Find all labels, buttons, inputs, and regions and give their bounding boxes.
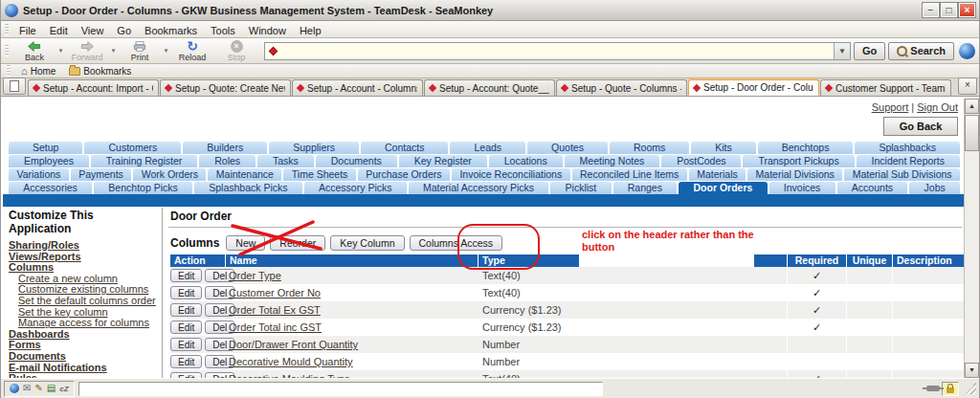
app-tab-setup[interactable]: Setup bbox=[9, 142, 82, 154]
edit-button[interactable]: Edit bbox=[170, 355, 202, 368]
security-indicator[interactable] bbox=[942, 382, 959, 396]
sidebar-item-set-the-default-columns-order[interactable]: Set the default columns order bbox=[9, 296, 158, 307]
app-tab-incident-reports[interactable]: Incident Reports bbox=[857, 155, 960, 167]
app-tab-rooms[interactable]: Rooms bbox=[610, 142, 689, 154]
mail-icon[interactable]: ✉ bbox=[23, 383, 31, 394]
column-name-link[interactable]: Order Type bbox=[226, 270, 281, 281]
browser-tab-setup-door-order-columns-gk[interactable]: Setup - Door Order - Columns - GK... bbox=[688, 79, 819, 96]
scroll-up-icon[interactable]: ▲ bbox=[965, 99, 979, 114]
sidebar-item-manage-access-for-columns[interactable]: Manage access for columns bbox=[9, 318, 158, 329]
app-tab-variations[interactable]: Variations bbox=[9, 168, 69, 181]
app-tab-transport-pickups[interactable]: Transport Pickups bbox=[743, 155, 854, 167]
column-name-link[interactable]: Door/Drawer Front Quantity bbox=[226, 339, 358, 350]
app-tab-quotes[interactable]: Quotes bbox=[527, 142, 608, 154]
menu-file[interactable]: File bbox=[12, 24, 43, 37]
app-tab-roles[interactable]: Roles bbox=[199, 155, 256, 167]
url-history-dropdown-icon[interactable]: ▼ bbox=[834, 43, 850, 59]
browser-tab-setup-account-import-gkw-busi[interactable]: Setup - Account: Import - GKW Busi... bbox=[28, 79, 159, 96]
app-tab-payments[interactable]: Payments bbox=[71, 168, 132, 181]
home-button[interactable]: ⌂ Home bbox=[14, 65, 62, 77]
app-tab-purchase-orders[interactable]: Purchase Orders bbox=[358, 168, 450, 181]
browser-tab-customer-support-teamdesk[interactable]: Customer Support - TeamDesk bbox=[820, 79, 951, 96]
browser-tab-setup-account-quote-total-com[interactable]: Setup - Account: Quote__Total Com... bbox=[424, 79, 555, 96]
column-name-link[interactable]: Decorative Mould Quantity bbox=[226, 356, 353, 367]
app-tab-tasks[interactable]: Tasks bbox=[257, 155, 314, 167]
app-tab-material-divisions[interactable]: Material Divisions bbox=[747, 168, 842, 181]
app-tab-training-register[interactable]: Training Register bbox=[91, 155, 197, 167]
key-column-button[interactable]: Key Column bbox=[330, 235, 404, 251]
go-back-button[interactable]: Go Back bbox=[883, 117, 958, 136]
app-tab-builders[interactable]: Builders bbox=[183, 142, 267, 154]
app-tab-suppliers[interactable]: Suppliers bbox=[269, 142, 359, 154]
app-tab-benchtop-picks[interactable]: Benchtop Picks bbox=[94, 182, 192, 194]
menu-view[interactable]: View bbox=[75, 24, 111, 37]
seamonkey-logo[interactable] bbox=[959, 43, 975, 59]
edit-button[interactable]: Edit bbox=[170, 338, 202, 351]
minimize-button[interactable]: − bbox=[923, 3, 939, 17]
menu-window[interactable]: Window bbox=[242, 24, 293, 37]
app-tab-customers[interactable]: Customers bbox=[84, 142, 181, 154]
sidebar-item-sharing-roles[interactable]: Sharing/Roles bbox=[9, 240, 158, 252]
app-tab-accessories[interactable]: Accessories bbox=[9, 182, 92, 194]
edit-button[interactable]: Edit bbox=[170, 286, 202, 299]
app-tab-jobs[interactable]: Jobs bbox=[909, 182, 960, 194]
maximize-button[interactable]: □ bbox=[941, 3, 957, 17]
back-button[interactable]: Back bbox=[12, 38, 56, 64]
app-tab-invoice-reconciliations[interactable]: Invoice Reconciliations bbox=[452, 168, 570, 181]
bookmarks-button[interactable]: Bookmarks bbox=[62, 65, 138, 77]
app-tab-key-register[interactable]: Key Register bbox=[399, 155, 487, 167]
menu-edit[interactable]: Edit bbox=[43, 24, 75, 37]
reload-button[interactable]: ↻ Reload bbox=[170, 38, 214, 64]
sidebar-item-rules[interactable]: Rules bbox=[9, 373, 158, 378]
app-tab-work-orders[interactable]: Work Orders bbox=[133, 168, 206, 181]
online-status-icon[interactable] bbox=[926, 386, 940, 391]
app-tab-benchtops[interactable]: Benchtops bbox=[758, 142, 854, 154]
menu-bookmarks[interactable]: Bookmarks bbox=[138, 24, 204, 37]
support-link[interactable]: Support bbox=[872, 101, 909, 113]
app-tab-splashback-picks[interactable]: Splashback Picks bbox=[194, 182, 302, 194]
required-column-header[interactable]: Required bbox=[788, 254, 847, 267]
window-resize-grip[interactable] bbox=[965, 383, 976, 394]
browser-tab-setup-account-columns-gkw-bu[interactable]: Setup - Account - Columns - GKW Bu... bbox=[292, 79, 423, 96]
print-dropdown-icon[interactable]: ▾ bbox=[162, 39, 170, 63]
browser-tab-setup-quote-columns-gkw-busi[interactable]: Setup - Quote - Columns - GKW Busi... bbox=[556, 79, 687, 96]
search-button[interactable]: Search bbox=[888, 42, 954, 60]
tab-list-button[interactable] bbox=[3, 77, 26, 95]
composer-icon[interactable]: ✎ bbox=[34, 383, 42, 394]
edit-button[interactable]: Edit bbox=[170, 372, 202, 378]
app-tab-material-sub-divisions[interactable]: Material Sub Divisions bbox=[844, 168, 960, 181]
app-tab-maintenance[interactable]: Maintenance bbox=[208, 168, 281, 181]
column-name-link[interactable]: Customer Order No bbox=[226, 287, 321, 298]
close-button[interactable]: × bbox=[959, 3, 975, 17]
forward-dropdown-icon[interactable]: ▾ bbox=[109, 39, 118, 63]
app-tab-invoices[interactable]: Invoices bbox=[769, 182, 835, 194]
scrollbar-thumb[interactable] bbox=[965, 115, 979, 151]
navigator-icon[interactable] bbox=[10, 384, 19, 393]
column-name-link[interactable]: Order Total inc GST bbox=[226, 321, 322, 333]
description-column-header[interactable]: Description bbox=[893, 254, 966, 267]
app-tab-material-accessory-picks[interactable]: Material Accessory Picks bbox=[409, 182, 549, 194]
browser-tab-setup-quote-create-new-record-i[interactable]: Setup - Quote: Create New Record i... bbox=[160, 79, 291, 96]
app-tab-accessory-picks[interactable]: Accessory Picks bbox=[304, 182, 407, 194]
menu-help[interactable]: Help bbox=[293, 24, 328, 37]
app-tab-leads[interactable]: Leads bbox=[450, 142, 525, 154]
app-tab-kits[interactable]: Kits bbox=[691, 142, 756, 154]
stop-button[interactable]: × Stop bbox=[214, 38, 258, 64]
app-tab-locations[interactable]: Locations bbox=[489, 155, 563, 167]
url-bar[interactable]: ▼ bbox=[264, 42, 851, 60]
go-button[interactable]: Go bbox=[854, 42, 885, 60]
app-tab-contacts[interactable]: Contacts bbox=[361, 142, 448, 154]
column-name-link[interactable]: Decorative Moulding Type bbox=[226, 373, 350, 378]
app-tab-door-orders[interactable]: Door Orders bbox=[679, 182, 767, 194]
edit-button[interactable]: Edit bbox=[170, 269, 202, 282]
addressbook-icon[interactable]: ▤ bbox=[47, 383, 56, 394]
print-button[interactable]: Print bbox=[118, 38, 162, 64]
app-tab-splashbacks[interactable]: Splashbacks bbox=[855, 142, 960, 154]
app-tab-ranges[interactable]: Ranges bbox=[613, 182, 678, 194]
vertical-scrollbar[interactable]: ▲ ▼ bbox=[964, 99, 979, 378]
sidebar-item-documents[interactable]: Documents bbox=[9, 351, 158, 363]
app-tab-reconciled-line-items[interactable]: Reconciled Line Items bbox=[572, 168, 687, 181]
back-dropdown-icon[interactable]: ▾ bbox=[56, 39, 65, 63]
edit-button[interactable]: Edit bbox=[170, 321, 202, 334]
close-tab-button[interactable]: × bbox=[958, 77, 977, 95]
